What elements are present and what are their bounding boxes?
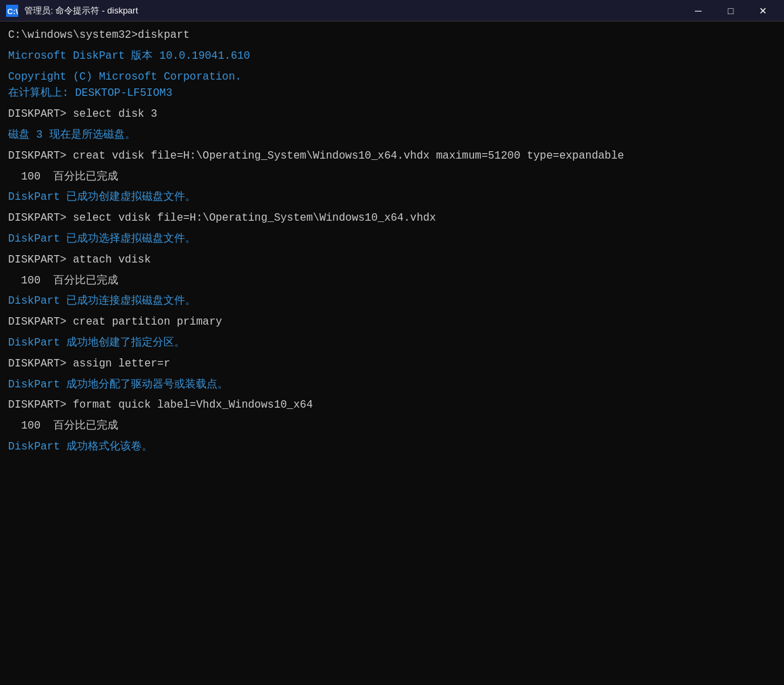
terminal-line: 100 百分比已完成 <box>8 418 776 435</box>
terminal-line: DISKPART> creat vdisk file=H:\Operating_… <box>8 148 776 165</box>
terminal-line: Microsoft DiskPart 版本 10.0.19041.610 <box>8 48 776 65</box>
terminal-line: C:\windows\system32>diskpart <box>8 27 776 44</box>
terminal-line: DiskPart 成功地创建了指定分区。 <box>8 335 776 352</box>
terminal-line: DiskPart 成功地分配了驱动器号或装载点。 <box>8 377 776 393</box>
close-button[interactable]: ✕ <box>748 1 779 20</box>
title-bar: C:\ 管理员: 命令提示符 - diskpart ─ □ ✕ <box>0 0 784 22</box>
terminal-line: DISKPART> attach vdisk <box>8 252 776 269</box>
terminal-line: Copyright (C) Microsoft Corporation. <box>8 69 776 86</box>
title-bar-text: 管理员: 命令提示符 - diskpart <box>24 5 683 17</box>
cmd-icon: C:\ <box>5 4 19 18</box>
terminal-line: 100 百分比已完成 <box>8 273 776 290</box>
terminal-line: 在计算机上: DESKTOP-LF5IOM3 <box>8 85 776 102</box>
maximize-button[interactable]: □ <box>715 1 746 20</box>
terminal-line: DiskPart 成功格式化该卷。 <box>8 439 776 456</box>
svg-text:C:\: C:\ <box>7 6 18 15</box>
terminal-line: DISKPART> assign letter=r <box>8 356 776 373</box>
terminal: C:\windows\system32>diskpartMicrosoft Di… <box>0 22 784 685</box>
terminal-line: DISKPART> creat partition primary <box>8 314 776 331</box>
terminal-line: 磁盘 3 现在是所选磁盘。 <box>8 127 776 144</box>
terminal-line: DiskPart 已成功连接虚拟磁盘文件。 <box>8 293 776 310</box>
minimize-button[interactable]: ─ <box>683 1 714 20</box>
terminal-line: DiskPart 已成功选择虚拟磁盘文件。 <box>8 231 776 248</box>
terminal-line: DISKPART> select vdisk file=H:\Operating… <box>8 210 776 227</box>
title-bar-buttons: ─ □ ✕ <box>683 1 779 20</box>
terminal-line: DISKPART> format quick label=Vhdx_Window… <box>8 397 776 414</box>
terminal-line: 100 百分比已完成 <box>8 169 776 186</box>
terminal-line: DiskPart 已成功创建虚拟磁盘文件。 <box>8 189 776 206</box>
terminal-line: DISKPART> select disk 3 <box>8 106 776 123</box>
